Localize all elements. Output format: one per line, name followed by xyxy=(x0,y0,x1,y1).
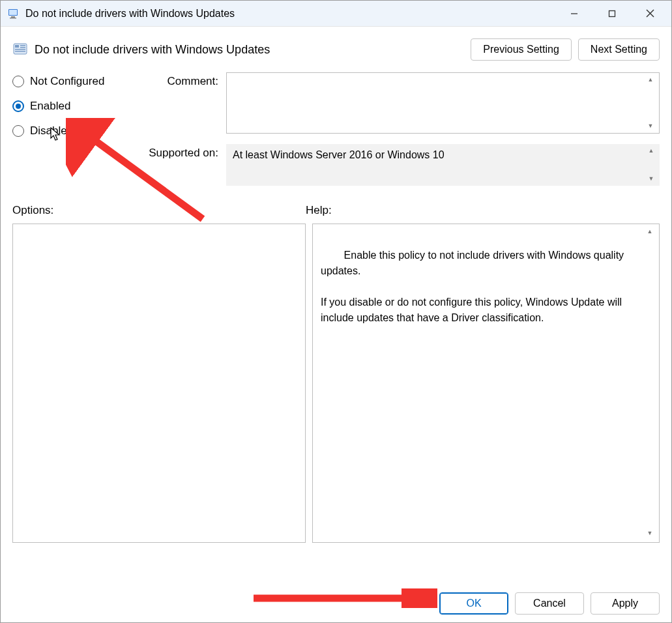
svg-rect-5 xyxy=(609,10,615,16)
ok-button[interactable]: OK xyxy=(439,592,508,615)
app-icon xyxy=(7,7,20,20)
svg-rect-2 xyxy=(11,16,15,18)
dialog-footer: OK Cancel Apply xyxy=(439,592,660,615)
minimize-button[interactable] xyxy=(555,1,593,27)
policy-editor-window: Do not include drivers with Windows Upda… xyxy=(0,0,672,623)
comment-scroll-up[interactable]: ▲ xyxy=(643,74,658,85)
svg-rect-12 xyxy=(15,49,25,50)
cursor-icon xyxy=(50,127,62,143)
supported-on-value: At least Windows Server 2016 or Windows … xyxy=(233,149,445,160)
radio-not-configured[interactable]: Not Configured xyxy=(12,75,130,88)
previous-setting-button[interactable]: Previous Setting xyxy=(471,38,572,61)
titlebar: Do not include drivers with Windows Upda… xyxy=(1,1,671,27)
svg-rect-11 xyxy=(20,47,25,48)
help-scroll-up[interactable]: ▲ xyxy=(643,226,657,238)
apply-button[interactable]: Apply xyxy=(591,592,660,615)
close-button[interactable] xyxy=(631,1,669,27)
help-pane: Enable this policy to not include driver… xyxy=(312,224,660,543)
maximize-button[interactable] xyxy=(593,1,631,27)
cancel-button[interactable]: Cancel xyxy=(515,592,584,615)
comment-label: Comment: xyxy=(148,72,226,134)
window-title: Do not include drivers with Windows Upda… xyxy=(25,8,235,20)
policy-icon xyxy=(12,42,28,57)
help-label: Help: xyxy=(306,204,332,217)
annotation-arrow-ok xyxy=(248,588,437,608)
help-text: Enable this policy to not include driver… xyxy=(321,250,627,323)
help-scroll-down[interactable]: ▼ xyxy=(643,528,657,540)
supported-on-label: Supported on: xyxy=(148,144,226,186)
options-label: Options: xyxy=(12,204,306,217)
state-radio-group: Not Configured Enabled Disabled xyxy=(12,72,130,196)
radio-not-configured-label: Not Configured xyxy=(30,75,104,88)
radio-disabled[interactable]: Disabled xyxy=(12,124,130,138)
svg-rect-1 xyxy=(9,10,17,15)
comment-input[interactable]: ▲ ▼ xyxy=(226,72,660,134)
supported-scroll-up[interactable]: ▲ xyxy=(644,145,658,156)
policy-title: Do not include drivers with Windows Upda… xyxy=(35,43,471,57)
options-pane xyxy=(12,224,306,543)
radio-enabled[interactable]: Enabled xyxy=(12,100,130,113)
next-setting-button[interactable]: Next Setting xyxy=(578,38,660,61)
svg-rect-10 xyxy=(20,45,25,46)
supported-scroll-down[interactable]: ▼ xyxy=(644,173,658,184)
svg-rect-3 xyxy=(10,18,16,19)
comment-scroll-down[interactable]: ▼ xyxy=(643,120,658,132)
supported-on-field: At least Windows Server 2016 or Windows … xyxy=(226,144,660,186)
radio-enabled-label: Enabled xyxy=(30,100,70,113)
svg-rect-9 xyxy=(15,45,19,48)
header-row: Do not include drivers with Windows Upda… xyxy=(12,38,660,61)
svg-rect-13 xyxy=(15,51,25,52)
